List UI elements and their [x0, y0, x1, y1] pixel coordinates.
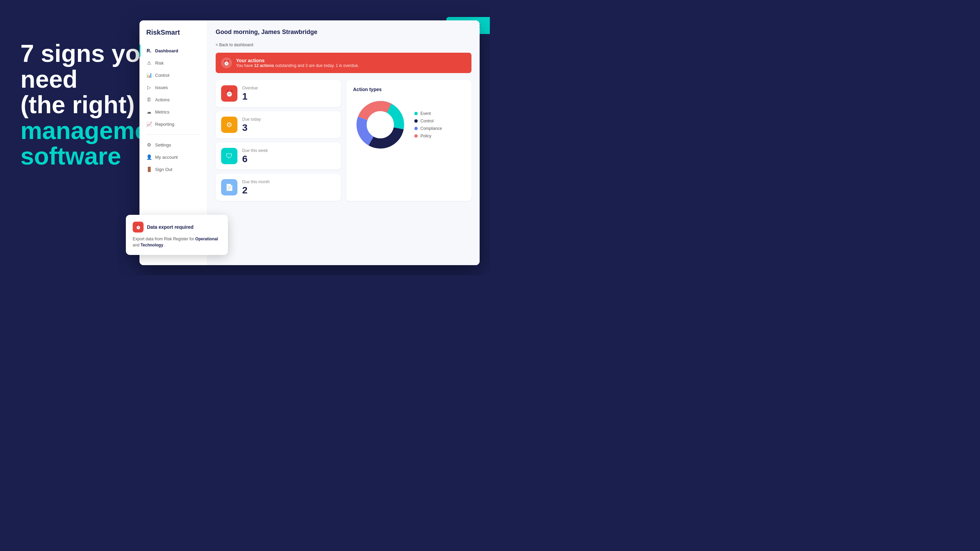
sidebar-nav: R. Dashboard ⚠ Risk 📊 Control ▷ Issues 🗓… — [140, 44, 207, 130]
sidebar-item-my-account[interactable]: 👤 My account — [140, 151, 207, 163]
sidebar-item-metrics[interactable]: ☁ Metrics — [140, 106, 207, 118]
sidebar-item-label: My account — [155, 155, 178, 160]
dashboard-icon: R. — [146, 48, 152, 53]
export-card-body: Export data from Risk Register for Opera… — [133, 236, 221, 248]
sidebar-item-label: Reporting — [155, 122, 174, 127]
back-link-text: < Back to dashboard — [216, 43, 253, 47]
due-week-icon: 🛡 — [221, 148, 237, 164]
main-content: Good morning, James Strawbridge < Back t… — [207, 21, 480, 265]
sidebar-item-sign-out[interactable]: 🚪 Sign Out — [140, 163, 207, 175]
hero-line1: 7 signs you need — [21, 40, 155, 93]
chart-legend: Event Control Compliance Policy — [414, 111, 442, 138]
actions-icon: 🗓 — [146, 97, 152, 102]
actions-banner-text: Your actions You have 12 actions outstan… — [236, 58, 359, 68]
sidebar-item-label: Settings — [155, 143, 171, 148]
stat-info-due-today: Due today 3 — [242, 117, 261, 133]
reporting-icon: 📈 — [146, 121, 152, 127]
chart-title: Action types — [353, 87, 465, 92]
sidebar-item-label: Sign Out — [155, 167, 172, 172]
export-card: ⏰ Data export required Export data from … — [126, 215, 228, 255]
legend-label: Event — [420, 111, 431, 116]
stat-info-due-week: Due this week 6 — [242, 148, 268, 164]
stat-label: Due this week — [242, 148, 268, 153]
hero-line4: software — [21, 143, 121, 170]
legend-dot-event — [414, 112, 418, 115]
brand-name: RiskSmart — [146, 29, 180, 36]
sidebar-logo: RiskSmart — [140, 29, 207, 44]
actions-banner-icon: ⏰ — [221, 57, 232, 68]
sidebar-item-label: Issues — [155, 85, 168, 90]
legend-dot-policy — [414, 134, 418, 138]
stat-value: 1 — [242, 92, 258, 101]
sidebar-item-label: Dashboard — [155, 48, 178, 53]
sidebar-bottom-nav: ⚙ Settings 👤 My account 🚪 Sign Out — [140, 139, 207, 175]
chart-column: Action types — [346, 80, 471, 201]
sidebar-divider — [146, 134, 200, 135]
legend-control: Control — [414, 119, 442, 123]
export-card-title: Data export required — [147, 224, 194, 230]
sidebar-item-issues[interactable]: ▷ Issues — [140, 81, 207, 94]
metrics-icon: ☁ — [146, 109, 152, 114]
overdue-icon: ⏰ — [221, 85, 237, 102]
due-today-icon: ⚙ — [221, 117, 237, 133]
donut-container: Event Control Compliance Policy — [353, 98, 465, 152]
sidebar-item-control[interactable]: 📊 Control — [140, 69, 207, 81]
export-card-header: ⏰ Data export required — [133, 222, 221, 232]
stat-value: 6 — [242, 154, 268, 164]
control-icon: 📊 — [146, 72, 152, 78]
risk-icon: ⚠ — [146, 60, 152, 66]
stat-card-overdue[interactable]: ⏰ Overdue 1 — [216, 80, 341, 107]
actions-banner-subtitle: You have 12 actions outstanding and 3 ar… — [236, 63, 359, 68]
signout-icon: 🚪 — [146, 167, 152, 172]
greeting: Good morning, James Strawbridge — [216, 29, 471, 36]
legend-label: Policy — [420, 133, 431, 138]
legend-compliance: Compliance — [414, 126, 442, 131]
svg-point-4 — [367, 111, 394, 138]
actions-banner-title: Your actions — [236, 58, 359, 63]
stats-column: ⏰ Overdue 1 ⚙ Due today 3 🛡 — [216, 80, 341, 201]
legend-dot-compliance — [414, 127, 418, 130]
stat-card-due-month[interactable]: 📄 Due this month 2 — [216, 174, 341, 201]
stat-value: 3 — [242, 123, 261, 133]
stat-label: Due this month — [242, 179, 270, 184]
settings-icon: ⚙ — [146, 142, 152, 148]
export-card-icon: ⏰ — [133, 222, 143, 232]
stat-card-due-week[interactable]: 🛡 Due this week 6 — [216, 143, 341, 170]
back-link[interactable]: < Back to dashboard — [216, 43, 471, 47]
legend-label: Control — [420, 119, 434, 123]
stat-value: 2 — [242, 186, 270, 195]
legend-dot-control — [414, 119, 418, 123]
stat-label: Overdue — [242, 86, 258, 91]
sidebar-item-label: Control — [155, 73, 169, 78]
stat-label: Due today — [242, 117, 261, 122]
donut-chart — [353, 98, 407, 152]
due-month-icon: 📄 — [221, 179, 237, 195]
hero-line2-normal: (the right) — [21, 91, 142, 118]
sidebar-item-label: Metrics — [155, 110, 169, 114]
sidebar-item-settings[interactable]: ⚙ Settings — [140, 139, 207, 151]
stat-card-due-today[interactable]: ⚙ Due today 3 — [216, 111, 341, 138]
legend-label: Compliance — [420, 126, 442, 131]
stat-info-due-month: Due this month 2 — [242, 179, 270, 195]
dashboard-grid: ⏰ Overdue 1 ⚙ Due today 3 🛡 — [216, 80, 471, 201]
sidebar-item-actions[interactable]: 🗓 Actions — [140, 94, 207, 106]
sidebar-item-label: Actions — [155, 97, 170, 102]
account-icon: 👤 — [146, 154, 152, 160]
sidebar-item-reporting[interactable]: 📈 Reporting — [140, 118, 207, 130]
legend-policy: Policy — [414, 133, 442, 138]
sidebar-item-label: Risk — [155, 60, 164, 66]
sidebar-item-risk[interactable]: ⚠ Risk — [140, 57, 207, 69]
stat-info-overdue: Overdue 1 — [242, 86, 258, 101]
actions-banner: ⏰ Your actions You have 12 actions outst… — [216, 53, 471, 73]
legend-event: Event — [414, 111, 442, 116]
issues-icon: ▷ — [146, 85, 152, 90]
sidebar-item-dashboard[interactable]: R. Dashboard — [140, 44, 207, 57]
